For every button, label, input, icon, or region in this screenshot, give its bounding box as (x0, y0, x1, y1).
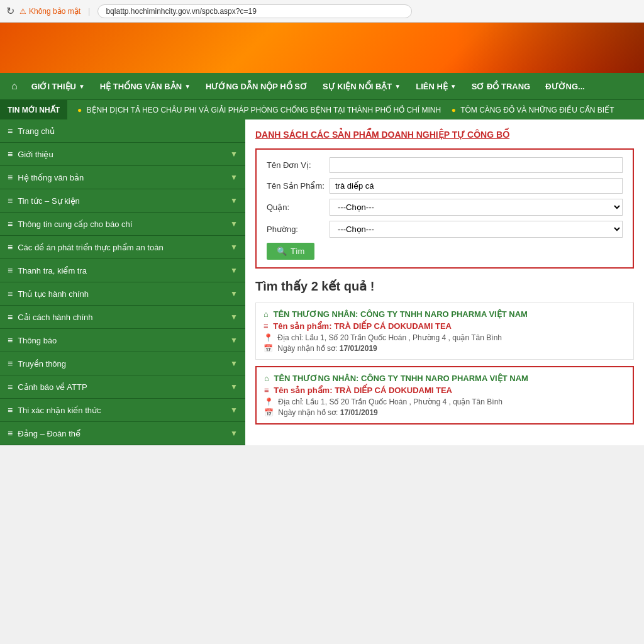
result-2-date: 📅 Ngày nhận hồ sơ: 17/01/2019 (264, 408, 625, 417)
result-1-merchant: ⌂ TÊN THƯƠNG NHÂN: CÔNG TY TNHH NARO PHA… (264, 309, 626, 319)
nav-arrow-he-thong: ▼ (184, 83, 191, 90)
ticker-dot-2: ● (452, 106, 456, 114)
sidebar-arrow-8: ▼ (230, 313, 238, 321)
sidebar-item-canh-bao[interactable]: ≡ Cảnh báo về ATTP ▼ (0, 375, 245, 399)
sidebar-item-tin-tuc[interactable]: ≡ Tin tức – Sự kiện ▼ (0, 189, 245, 213)
result-1-product: ≡ Tên sản phẩm: TRÀ DIẾP CÁ DOKUDAMI TEA (264, 321, 626, 331)
ticker-bar: TIN MỚI NHẤT ● BỆNH DỊCH TẢ HEO CHÂU PHI… (0, 99, 644, 119)
separator: | (88, 6, 90, 16)
nav-item-lien-he[interactable]: LIÊN HỆ ▼ (408, 73, 464, 99)
calendar-icon-2: 📅 (264, 408, 274, 417)
ticker-dot-1: ● (77, 106, 82, 114)
phuong-select[interactable]: ---Chọn--- (330, 221, 623, 238)
nav-arrow-gioi-thieu: ▼ (79, 83, 85, 90)
result-1-merchant-label: TÊN THƯƠNG NHÂN: (273, 309, 358, 319)
sidebar-label-12: Thi xác nhận kiến thức (18, 406, 101, 415)
page-wrapper: ⌂ GIỚI THIỆU ▼ HỆ THỐNG VĂN BẢN ▼ HƯỚNG … (0, 23, 644, 445)
result-2-product: ≡ Tên sản phẩm: TRÀ DIẾP CÁ DOKUDAMI TEA (264, 386, 625, 395)
list-icon-6: ≡ (8, 265, 13, 275)
sidebar-label-1: Giới thiệu (18, 150, 53, 159)
ticker-content: ● BỆNH DỊCH TẢ HEO CHÂU PHI VÀ GIẢI PHÁP… (67, 106, 644, 114)
result-2-product-name: TRÀ DIẾP CÁ DOKUDAMI TEA (335, 386, 452, 395)
result-card-1: ⌂ TÊN THƯƠNG NHÂN: CÔNG TY TNHH NARO PHA… (255, 303, 634, 360)
don-vi-input[interactable] (330, 157, 623, 173)
sidebar: ≡ Trang chủ ≡ Giới thiệu ▼ ≡ Hệ thống vă… (0, 119, 245, 445)
sidebar-arrow-13: ▼ (230, 429, 238, 438)
page-title: DANH SÁCH CÁC SẢN PHẨM DOANH NGHIỆP TỰ C… (255, 130, 634, 140)
results-count: Tìm thấy 2 kết quả ! (255, 279, 634, 294)
result-1-date: 📅 Ngày nhận hồ sơ: 17/01/2019 (264, 344, 626, 353)
nav-item-gioi-thieu[interactable]: GIỚI THIỆU ▼ (24, 73, 92, 99)
sidebar-item-dang-doan[interactable]: ≡ Đảng – Đoàn thể ▼ (0, 422, 245, 445)
list-icon-10: ≡ (8, 358, 13, 369)
url-bar[interactable]: bqlattp.hochiminhcity.gov.vn/spcb.aspx?c… (97, 4, 412, 18)
list-icon-11: ≡ (8, 382, 13, 392)
sidebar-item-de-an[interactable]: ≡ Các đề án phát triển thực phẩm an toàn… (0, 236, 245, 259)
nav-arrow-lien-he: ▼ (450, 83, 457, 90)
nav-home-icon[interactable]: ⌂ (5, 80, 24, 92)
quan-label: Quận: (267, 203, 330, 212)
sidebar-arrow-9: ▼ (230, 336, 238, 345)
sidebar-label-13: Đảng – Đoàn thể (18, 429, 80, 438)
sidebar-arrow-10: ▼ (230, 359, 238, 368)
list-icon-2: ≡ (8, 172, 13, 182)
list-icon-7: ≡ (8, 289, 13, 299)
sidebar-item-cai-cach[interactable]: ≡ Cải cách hành chính ▼ (0, 306, 245, 329)
ticker-item-2: TÔM CÀNG ĐỎ VÀ NHỮNG ĐIỀU CẦN BIẾT (460, 106, 614, 114)
reload-button[interactable]: ↻ (6, 5, 14, 17)
home-icon-2: ⌂ (264, 374, 269, 383)
nav-item-su-kien[interactable]: SỰ KIỆN NỔI BẬT ▼ (315, 73, 408, 99)
result-2-address: 📍 Địa chỉ: Lầu 1, Số 20 Trần Quốc Hoán ,… (264, 397, 625, 406)
result-2-merchant-label: TÊN THƯƠNG NHÂN: (274, 374, 358, 383)
nav-item-he-thong-van-ban[interactable]: HỆ THỐNG VĂN BẢN ▼ (92, 73, 198, 99)
sidebar-arrow-5: ▼ (230, 243, 238, 252)
list-icon-3: ≡ (8, 196, 13, 206)
result-2-product-label: Tên sản phẩm: (274, 386, 332, 395)
sidebar-label-2: Hệ thống văn bản (18, 173, 84, 182)
sidebar-label-9: Thông báo (18, 336, 57, 345)
warning-text: Không bảo mật (29, 7, 80, 16)
sidebar-label-6: Thanh tra, kiểm tra (18, 266, 87, 275)
nav-bar: ⌂ GIỚI THIỆU ▼ HỆ THỐNG VĂN BẢN ▼ HƯỚNG … (0, 73, 644, 99)
result-1-merchant-name: CÔNG TY TNHH NARO PHARMA VIỆT NAM (360, 309, 528, 319)
search-button[interactable]: 🔍 Tìm (267, 243, 314, 260)
result-1-address: 📍 Địa chỉ: Lầu 1, Số 20 Trần Quốc Hoán ,… (264, 333, 626, 342)
sidebar-item-he-thong-van-ban[interactable]: ≡ Hệ thống văn bản ▼ (0, 166, 245, 189)
header-banner (0, 23, 644, 73)
location-icon-1: 📍 (264, 333, 273, 342)
sidebar-arrow-1: ▼ (230, 150, 238, 158)
sidebar-item-thanh-tra[interactable]: ≡ Thanh tra, kiểm tra ▼ (0, 259, 245, 282)
list-icon-1: ≡ (8, 149, 13, 159)
nav-item-duong[interactable]: ĐƯỜNG... (538, 73, 592, 99)
list-icon-13: ≡ (8, 428, 13, 438)
sidebar-item-gioi-thieu[interactable]: ≡ Giới thiệu ▼ (0, 143, 245, 166)
result-1-product-label: Tên sản phẩm: (273, 321, 331, 331)
sidebar-arrow-2: ▼ (230, 173, 238, 182)
don-vi-label: Tên Đơn Vị: (267, 160, 330, 170)
sidebar-arrow-3: ▼ (230, 196, 238, 205)
nav-item-huong-dan[interactable]: HƯỚNG DẪN NỘP HỒ SƠ (198, 73, 315, 99)
calendar-icon-1: 📅 (264, 344, 273, 353)
sidebar-item-truyen-thong[interactable]: ≡ Truyền thông ▼ (0, 352, 245, 375)
sidebar-item-trang-chu[interactable]: ≡ Trang chủ (0, 119, 245, 143)
sidebar-item-thu-tuc[interactable]: ≡ Thủ tục hành chính ▼ (0, 282, 245, 306)
quan-select[interactable]: ---Chọn--- (330, 199, 623, 216)
ticker-item-1: BỆNH DỊCH TẢ HEO CHÂU PHI VÀ GIẢI PHÁP P… (87, 106, 441, 114)
location-icon-2: 📍 (264, 397, 274, 406)
sidebar-item-thong-bao[interactable]: ≡ Thông báo ▼ (0, 329, 245, 352)
result-2-merchant-name: CÔNG TY TNHH NARO PHARMA VIỆT NAM (361, 374, 528, 383)
form-row-san-pham: Tên Sản Phẩm: (267, 178, 623, 194)
search-btn-label: Tìm (291, 247, 304, 256)
list-icon-4: ≡ (8, 219, 13, 229)
sidebar-item-thong-tin-bao-chi[interactable]: ≡ Thông tin cung cấp cho báo chí ▼ (0, 213, 245, 236)
san-pham-label: Tên Sản Phẩm: (267, 181, 330, 191)
main-layout: ≡ Trang chủ ≡ Giới thiệu ▼ ≡ Hệ thống vă… (0, 119, 644, 445)
sidebar-label-11: Cảnh báo về ATTP (18, 382, 87, 392)
ticker-label: TIN MỚI NHẤT (0, 100, 67, 119)
result-1-product-name: TRÀ DIẾP CÁ DOKUDAMI TEA (334, 321, 452, 331)
san-pham-input[interactable] (330, 178, 623, 194)
nav-item-so-do[interactable]: SƠ ĐỒ TRANG (464, 73, 538, 99)
list-icon-result-2: ≡ (264, 386, 269, 395)
sidebar-item-thi-xac-nhan[interactable]: ≡ Thi xác nhận kiến thức ▼ (0, 399, 245, 422)
sidebar-label-0: Trang chủ (18, 126, 55, 136)
